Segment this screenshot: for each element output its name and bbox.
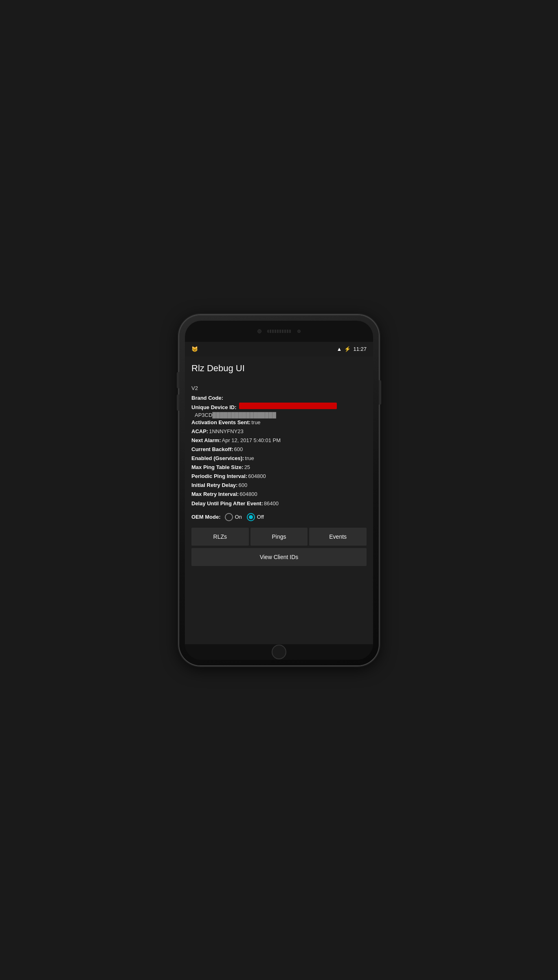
oem-on-option[interactable]: On (225, 513, 242, 521)
periodic-ping-label: Periodic Ping Interval: (191, 472, 247, 481)
max-retry-row: Max Retry Interval: 604800 (191, 490, 367, 499)
max-ping-table-value: 25 (244, 463, 250, 472)
app-screen: Rlz Debug UI V2 Brand Code: Unique Devic… (185, 357, 373, 644)
next-alarm-row: Next Alarm: Apr 12, 2017 5:40:01 PM (191, 436, 367, 445)
max-retry-value: 604800 (239, 490, 257, 499)
oem-off-label: Off (257, 514, 264, 520)
initial-retry-label: Initial Retry Delay: (191, 481, 237, 490)
info-section: V2 Brand Code: Unique Device ID: AP3CD██… (191, 385, 367, 508)
sensor (297, 330, 301, 333)
status-bar: 😺 ▲ ⚡ 11:27 (185, 342, 373, 357)
device-id-partial: AP3CD█████████████████ (191, 412, 367, 418)
oem-off-radio[interactable] (247, 513, 255, 521)
acap-value: 1NNNYFNY23 (209, 427, 244, 436)
signal-icon: ▲ (337, 346, 342, 352)
rlzs-button[interactable]: RLZs (191, 528, 249, 546)
max-retry-label: Max Retry Interval: (191, 490, 239, 499)
acap-label: ACAP: (191, 427, 208, 436)
next-alarm-label: Next Alarm: (191, 436, 221, 445)
pings-button[interactable]: Pings (250, 528, 308, 546)
enabled-gservices-value: true (245, 454, 254, 463)
periodic-ping-row: Periodic Ping Interval: 604800 (191, 472, 367, 481)
phone-screen: 😺 ▲ ⚡ 11:27 Rlz Debug UI V2 Brand Code: … (185, 321, 373, 660)
front-camera (257, 329, 261, 333)
delay-ping-label: Delay Until Ping After Event: (191, 499, 263, 508)
enabled-gservices-label: Enabled (Gservices): (191, 454, 244, 463)
activation-events-label: Activation Events Sent: (191, 418, 250, 427)
max-ping-table-label: Max Ping Table Size: (191, 463, 244, 472)
device-id-redacted (239, 403, 337, 409)
home-button[interactable] (272, 645, 286, 659)
oem-off-option[interactable]: Off (247, 513, 264, 521)
oem-on-radio[interactable] (225, 513, 233, 521)
unique-device-id-label: Unique Device ID: (191, 403, 237, 412)
current-backoff-label: Current Backoff: (191, 445, 233, 454)
unique-device-id-row: Unique Device ID: (191, 403, 367, 412)
brand-code-row: Brand Code: (191, 394, 367, 403)
phone-top-hardware (185, 321, 373, 342)
clock: 11:27 (353, 346, 367, 352)
activation-events-value: true (251, 418, 260, 427)
delay-ping-row: Delay Until Ping After Event: 86400 (191, 499, 367, 508)
power-button[interactable] (379, 380, 381, 405)
battery-icon: ⚡ (344, 346, 351, 352)
volume-down-button[interactable] (177, 394, 179, 411)
events-button[interactable]: Events (309, 528, 367, 546)
current-backoff-row: Current Backoff: 600 (191, 445, 367, 454)
brand-code-label: Brand Code: (191, 394, 223, 403)
app-icon: 😺 (191, 346, 198, 352)
status-right: ▲ ⚡ 11:27 (337, 346, 367, 352)
delay-ping-value: 86400 (264, 499, 279, 508)
enabled-gservices-row: Enabled (Gservices): true (191, 454, 367, 463)
initial-retry-value: 600 (238, 481, 247, 490)
initial-retry-row: Initial Retry Delay: 600 (191, 481, 367, 490)
speaker (267, 330, 292, 333)
oem-mode-label: OEM Mode: (191, 514, 221, 520)
phone-device: 😺 ▲ ⚡ 11:27 Rlz Debug UI V2 Brand Code: … (179, 315, 379, 665)
action-button-row: RLZs Pings Events (191, 528, 367, 546)
acap-row: ACAP: 1NNNYFNY23 (191, 427, 367, 436)
periodic-ping-value: 604800 (248, 472, 266, 481)
oem-mode-radio-group: On Off (225, 513, 264, 521)
phone-bottom-hardware (185, 644, 373, 660)
oem-mode-row: OEM Mode: On Off (191, 513, 367, 521)
activation-events-row: Activation Events Sent: true (191, 418, 367, 427)
version-text: V2 (191, 385, 367, 391)
current-backoff-value: 600 (234, 445, 243, 454)
volume-up-button[interactable] (177, 372, 179, 388)
oem-on-label: On (235, 514, 242, 520)
status-left: 😺 (191, 346, 198, 352)
max-ping-table-row: Max Ping Table Size: 25 (191, 463, 367, 472)
view-client-ids-button[interactable]: View Client IDs (191, 548, 367, 566)
next-alarm-value: Apr 12, 2017 5:40:01 PM (222, 436, 281, 445)
app-title: Rlz Debug UI (191, 363, 367, 377)
